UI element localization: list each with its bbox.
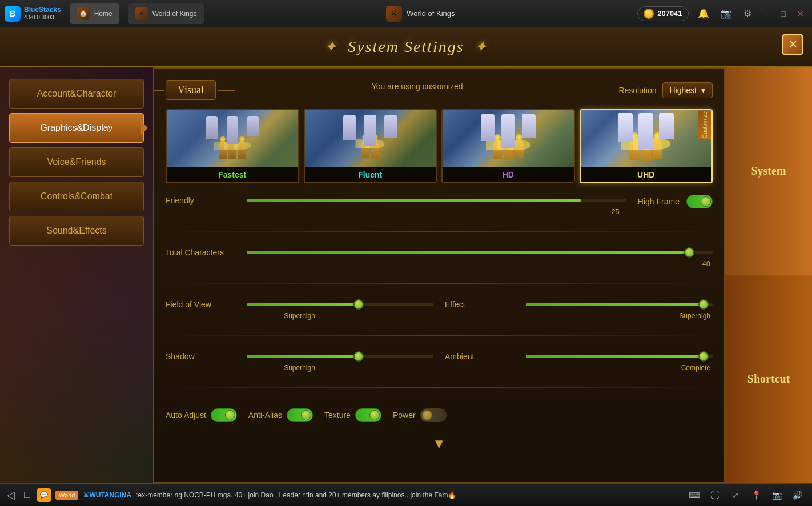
chevron-down-icon: ▼: [432, 436, 446, 451]
total-chars-slider[interactable]: [247, 247, 713, 258]
friendly-slider-row: Friendly: [166, 195, 626, 206]
auto-adjust-knob: [225, 410, 235, 420]
fov-slider[interactable]: [247, 299, 433, 310]
total-chars-track: [247, 251, 713, 254]
camera-icon[interactable]: 📷: [769, 487, 785, 503]
settings-header: ✦ System Settings ✦ ✕: [0, 27, 812, 67]
tab-game[interactable]: ⚔ World of Kings: [128, 3, 204, 24]
anti-alias-knob: [301, 410, 311, 420]
tab-home[interactable]: 🏠 Home: [70, 3, 119, 24]
quality-preset-fastest[interactable]: Fastest: [166, 109, 299, 183]
close-button[interactable]: ✕: [794, 8, 807, 19]
title-bar: B BlueStacks 4.90.0.3003 🏠 Home ⚔ World …: [0, 0, 812, 27]
sidebar-item-graphics[interactable]: Graphics&Display: [9, 113, 144, 143]
back-button[interactable]: ◁: [7, 489, 15, 501]
shadow-fill: [247, 355, 359, 358]
effect-value-row: Superhigh: [445, 310, 713, 320]
ambient-slider-row: Ambient: [445, 351, 713, 362]
bluestacks-logo: B BlueStacks 4.90.0.3003: [5, 6, 61, 22]
visual-title-container: Visual: [166, 80, 216, 100]
window-controls: ─ □ ✕: [761, 8, 807, 19]
coin-amount: 207041: [657, 9, 682, 18]
taskbar-chat: 💬 World ⚔WUTANGINA :ex-member ng NOCB-PH…: [37, 488, 680, 502]
auto-adjust-group: Auto Adjust: [166, 408, 237, 422]
screen-icon[interactable]: 📷: [718, 7, 734, 20]
custom-badge: Customize: [698, 110, 711, 139]
coin-display: 207041: [637, 6, 688, 21]
effect-thumb[interactable]: [698, 299, 709, 310]
high-frame-group: High Frame: [638, 195, 713, 208]
home-button[interactable]: □: [24, 489, 30, 501]
shadow-track: [247, 355, 433, 358]
shadow-value: Superhigh: [284, 364, 315, 372]
anti-alias-toggle[interactable]: [287, 408, 313, 422]
divider-4: [166, 387, 713, 388]
total-chars-thumb[interactable]: [684, 247, 694, 258]
uhd-buildings: [618, 113, 674, 149]
fov-slider-row: Field of View: [166, 299, 433, 310]
texture-toggle[interactable]: [355, 408, 381, 422]
main-content: Visual You are using customized Resoluti…: [153, 67, 725, 483]
fov-label: Field of View: [166, 300, 240, 309]
tab-game-label: World of Kings: [152, 10, 197, 18]
notification-icon[interactable]: 🔔: [696, 7, 711, 20]
sidebar-item-controls[interactable]: Controls&Combat: [9, 182, 144, 211]
quality-preset-hd[interactable]: HD: [441, 109, 575, 183]
auto-adjust-toggle[interactable]: [211, 408, 237, 422]
ambient-thumb[interactable]: [698, 351, 709, 362]
shadow-group: Shadow Superhigh: [166, 351, 433, 372]
screen-size-icon[interactable]: ⛶: [707, 487, 723, 503]
friendly-label: Friendly: [166, 196, 240, 205]
power-group: Power: [393, 408, 447, 422]
shadow-slider[interactable]: [247, 351, 433, 362]
active-game-icon: ⚔: [386, 6, 402, 22]
total-chars-value: 40: [702, 259, 710, 268]
sidebar-item-sound[interactable]: Sound&Effects: [9, 216, 144, 246]
right-nav-system[interactable]: System: [725, 67, 812, 275]
expand-icon[interactable]: ⤢: [727, 487, 743, 503]
ambient-track: [526, 355, 713, 358]
sidebar-item-voice[interactable]: Voice&Friends: [9, 147, 144, 177]
app-name: BlueStacks: [24, 6, 61, 14]
chat-username: ⚔WUTANGINA: [83, 491, 131, 499]
active-game-title: World of Kings: [407, 9, 455, 18]
minimize-button[interactable]: ─: [761, 8, 773, 19]
scroll-indicator: ▼: [166, 436, 713, 452]
volume-icon[interactable]: 🔊: [789, 487, 805, 503]
fov-effect-row: Field of View Superhigh: [166, 299, 713, 320]
power-toggle[interactable]: [420, 408, 447, 422]
settings-close-button[interactable]: ✕: [782, 34, 803, 55]
shadow-thumb[interactable]: [353, 351, 364, 362]
quality-preset-fluent[interactable]: Fluent: [304, 109, 437, 183]
quality-thumb-uhd: Customize: [581, 110, 712, 167]
location-icon[interactable]: 📍: [748, 487, 764, 503]
settings-icon[interactable]: ⚙: [741, 7, 754, 20]
quality-thumb-hd: [443, 110, 574, 167]
title-bar-right: 207041 🔔 📷 ⚙ ─ □ ✕: [637, 6, 807, 21]
resolution-dropdown[interactable]: Highest ▾: [662, 82, 713, 98]
effect-value: Superhigh: [679, 312, 710, 320]
quality-preset-uhd[interactable]: Customize: [580, 109, 713, 183]
ambient-group: Ambient Complete: [445, 351, 713, 372]
fov-thumb[interactable]: [353, 299, 364, 310]
friendly-slider[interactable]: [247, 195, 626, 206]
effect-slider[interactable]: [526, 299, 713, 310]
high-frame-knob: [701, 196, 711, 207]
keyboard-icon[interactable]: ⌨: [686, 487, 702, 503]
settings-title-text: System Settings: [348, 38, 464, 55]
tab-home-label: Home: [94, 10, 112, 18]
sidebar-item-account[interactable]: Account&Character: [9, 79, 144, 109]
ambient-label: Ambient: [445, 352, 519, 361]
ambient-value-row: Complete: [445, 362, 713, 372]
ambient-slider[interactable]: [526, 351, 713, 362]
high-frame-toggle[interactable]: [686, 195, 713, 208]
fov-value: Superhigh: [284, 312, 315, 320]
chat-message: :ex-member ng NOCB-PH mga. 40+ join Dao …: [136, 491, 456, 499]
maximize-button[interactable]: □: [778, 8, 789, 19]
right-nav-shortcut[interactable]: Shortcut: [725, 275, 812, 483]
auto-adjust-label: Auto Adjust: [166, 411, 206, 420]
fluent-label-bar: Fluent: [305, 167, 436, 182]
game-icon: ⚔: [135, 7, 148, 20]
visual-title: Visual: [178, 84, 204, 95]
bluestacks-title: BlueStacks 4.90.0.3003: [24, 6, 61, 21]
